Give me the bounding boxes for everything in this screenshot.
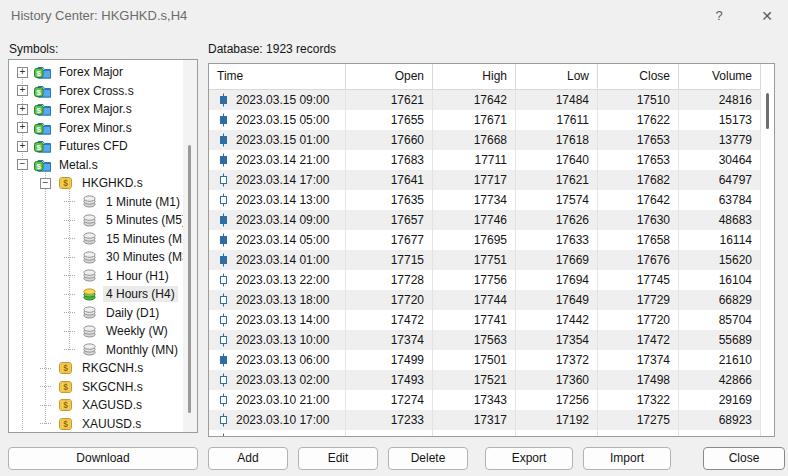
tree-item-forex-minor-s[interactable]: +$Forex Minor.s bbox=[9, 119, 182, 138]
cell-time: 2023.03.14 09:00 bbox=[209, 210, 346, 230]
tree-item-4-hours-h4[interactable]: 4 Hours (H4) bbox=[9, 285, 182, 304]
cell-volume: 16114 bbox=[679, 230, 761, 250]
close-icon[interactable]: ✕ bbox=[756, 5, 778, 27]
column-header-low[interactable]: Low bbox=[516, 64, 598, 89]
cell-close: 17322 bbox=[598, 390, 679, 410]
table-scrollbar[interactable] bbox=[760, 89, 774, 436]
tree-item-label: 1 Hour (H1) bbox=[103, 268, 172, 284]
download-button[interactable]: Download bbox=[8, 447, 198, 470]
import-button[interactable]: Import bbox=[583, 447, 671, 470]
tree-item-daily-d1[interactable]: Daily (D1) bbox=[9, 304, 182, 323]
tree-item-skgcnh-s[interactable]: $SKGCNH.s bbox=[9, 378, 182, 397]
cell-close: 17653 bbox=[598, 150, 679, 170]
tree-item-1-minute-m1[interactable]: 1 Minute (M1) bbox=[9, 193, 182, 212]
svg-text:$: $ bbox=[37, 161, 42, 170]
cell-low: 17633 bbox=[516, 230, 598, 250]
table-scrollbar-thumb[interactable] bbox=[766, 93, 769, 129]
tree-item-label: 5 Minutes (M5) bbox=[103, 212, 189, 228]
tree-item-label: RKGCNH.s bbox=[79, 360, 146, 376]
candle-bearish-icon bbox=[219, 233, 228, 247]
table-row[interactable]: 2023.03.14 01:00177151775117669176761562… bbox=[209, 250, 774, 270]
time-text: 2023.03.13 22:00 bbox=[236, 270, 329, 290]
delete-button[interactable]: Delete bbox=[388, 447, 468, 470]
cell-volume: 63784 bbox=[679, 190, 761, 210]
expand-icon[interactable]: + bbox=[17, 122, 28, 133]
expand-icon[interactable]: + bbox=[17, 104, 28, 115]
column-header-volume[interactable]: Volume bbox=[679, 64, 761, 89]
svg-text:$: $ bbox=[63, 382, 68, 392]
edit-button[interactable]: Edit bbox=[298, 447, 378, 470]
tree-item-forex-major[interactable]: +$Forex Major bbox=[9, 63, 182, 82]
tree-scrollbar[interactable] bbox=[183, 60, 197, 432]
cell-low: 17484 bbox=[516, 90, 598, 110]
tree-item-5-minutes-m5[interactable]: 5 Minutes (M5) bbox=[9, 211, 182, 230]
cell-low: 17649 bbox=[516, 290, 598, 310]
column-header-close[interactable]: Close bbox=[598, 64, 679, 89]
cell-empty bbox=[598, 430, 679, 437]
tree-item-xagusd-s[interactable]: $XAGUSD.s bbox=[9, 396, 182, 415]
table-row[interactable]: 2023.03.13 06:00174991750117372173742161… bbox=[209, 350, 774, 370]
table-row[interactable]: 2023.03.14 21:00176831771117640176533046… bbox=[209, 150, 774, 170]
table-row[interactable]: 2023.03.14 05:00176771769517633176581611… bbox=[209, 230, 774, 250]
table-row[interactable]: 2023.03.13 22:00177281775617694177451610… bbox=[209, 270, 774, 290]
export-button[interactable]: Export bbox=[485, 447, 573, 470]
cell-high: 17671 bbox=[433, 110, 516, 130]
tree-item-futures-cfd[interactable]: +$Futures CFD bbox=[9, 137, 182, 156]
cell-time: 2023.03.15 01:00 bbox=[209, 130, 346, 150]
db-gray-icon bbox=[81, 342, 98, 357]
table-row[interactable]: 2023.03.10 17:00172331731717192172756892… bbox=[209, 410, 774, 430]
tree-item-1-hour-h1[interactable]: 1 Hour (H1) bbox=[9, 267, 182, 286]
collapse-icon[interactable]: − bbox=[17, 159, 28, 170]
tree-item-rkgcnh-s[interactable]: $RKGCNH.s bbox=[9, 359, 182, 378]
tree-item-weekly-w[interactable]: Weekly (W) bbox=[9, 322, 182, 341]
tree-connector bbox=[40, 368, 51, 369]
expand-icon[interactable]: + bbox=[17, 141, 28, 152]
tree-scrollbar-thumb[interactable] bbox=[188, 145, 191, 413]
cell-time: 2023.03.13 10:00 bbox=[209, 330, 346, 350]
tree-connector bbox=[40, 386, 51, 387]
svg-text:$: $ bbox=[37, 143, 42, 152]
tree-connector bbox=[64, 201, 75, 202]
collapse-icon[interactable]: − bbox=[40, 178, 51, 189]
cell-high: 17717 bbox=[433, 170, 516, 190]
table-row[interactable]: 2023.03.13 10:00173741756317354174725568… bbox=[209, 330, 774, 350]
time-text: 2023.03.14 01:00 bbox=[236, 250, 329, 270]
tree-connector bbox=[64, 220, 75, 221]
cell-time: 2023.03.13 06:00 bbox=[209, 350, 346, 370]
table-row[interactable]: 2023.03.14 13:00176351773417574176426378… bbox=[209, 190, 774, 210]
tree-item-hkghkd-s[interactable]: −$HKGHKD.s bbox=[9, 174, 182, 193]
add-button[interactable]: Add bbox=[208, 447, 288, 470]
candle-bullish-icon bbox=[219, 333, 228, 347]
table-row[interactable]: 2023.03.13 02:00174931752117360174984286… bbox=[209, 370, 774, 390]
tree-item-monthly-mn[interactable]: Monthly (MN) bbox=[9, 341, 182, 360]
time-text: 2023.03.14 17:00 bbox=[236, 170, 329, 190]
expand-icon[interactable]: + bbox=[17, 85, 28, 96]
table-row[interactable]: 2023.03.13 14:00174721774117442177208570… bbox=[209, 310, 774, 330]
table-row[interactable]: 2023.03.15 05:00176551767117611176221517… bbox=[209, 110, 774, 130]
table-row[interactable]: 2023.03.10 21:00172741734317256173222916… bbox=[209, 390, 774, 410]
table-row[interactable]: 2023.03.15 09:00176211764217484175102481… bbox=[209, 90, 774, 110]
table-row[interactable]: 2023.03.13 18:00177201774417649177296682… bbox=[209, 290, 774, 310]
column-header-time[interactable]: Time bbox=[209, 64, 346, 89]
tree-item-metal-s[interactable]: −$Metal.s bbox=[9, 156, 182, 175]
table-row[interactable]: 2023.03.14 17:00176411771717621176826479… bbox=[209, 170, 774, 190]
cell-volume: 15173 bbox=[679, 110, 761, 130]
column-header-open[interactable]: Open bbox=[346, 64, 433, 89]
candle-bullish-icon bbox=[219, 413, 228, 427]
cell-time: 2023.03.13 02:00 bbox=[209, 370, 346, 390]
help-icon[interactable]: ? bbox=[708, 5, 730, 27]
tree-item-forex-cross-s[interactable]: +$Forex Cross.s bbox=[9, 82, 182, 101]
expand-icon[interactable]: + bbox=[17, 67, 28, 78]
close-button[interactable]: Close bbox=[703, 447, 785, 470]
tree-item-xauusd-s[interactable]: $XAUUSD.s bbox=[9, 415, 182, 434]
column-header-high[interactable]: High bbox=[433, 64, 516, 89]
tree-item-30-minutes-m30[interactable]: 30 Minutes (M30) bbox=[9, 248, 182, 267]
table-row[interactable]: 2023.03.14 09:00176571774617626176304868… bbox=[209, 210, 774, 230]
table-row[interactable]: 2023.03.15 01:00176601766817618176531377… bbox=[209, 130, 774, 150]
tree-item-forex-major-s[interactable]: +$Forex Major.s bbox=[9, 100, 182, 119]
tree-item-15-minutes-m15[interactable]: 15 Minutes (M15) bbox=[9, 230, 182, 249]
cell-low: 17694 bbox=[516, 270, 598, 290]
cell-volume: 66829 bbox=[679, 290, 761, 310]
cell-volume: 42866 bbox=[679, 370, 761, 390]
title-bar: History Center: HKGHKD.s,H4 ? ✕ bbox=[0, 0, 788, 32]
